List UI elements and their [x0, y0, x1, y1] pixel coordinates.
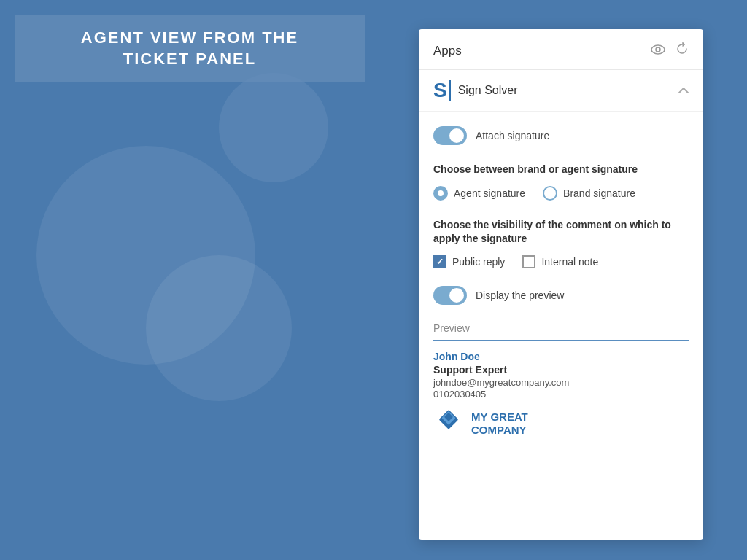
preview-phone: 0102030405: [433, 389, 689, 400]
signature-choice-heading: Choose between brand or agent signature: [433, 163, 689, 177]
display-preview-toggle[interactable]: [433, 286, 467, 305]
radio-brand-label: Brand signature: [563, 187, 635, 199]
panel-header: Apps: [419, 29, 703, 70]
radio-agent-signature[interactable]: Agent signature: [433, 186, 525, 201]
apps-panel: Apps S Sign Solver: [419, 29, 703, 540]
company-diamond-icon: [433, 408, 464, 439]
signature-choice-section: Choose between brand or agent signature …: [433, 163, 689, 201]
checkbox-public-reply[interactable]: Public reply: [433, 255, 505, 268]
checkbox-internal-note[interactable]: Internal note: [522, 255, 598, 268]
panel-content: Attach signature Choose between brand or…: [419, 112, 703, 454]
preview-label: Preview: [433, 322, 689, 334]
display-preview-row: Display the preview: [433, 286, 689, 305]
chevron-up-icon[interactable]: [678, 84, 689, 97]
attach-signature-label: Attach signature: [476, 130, 549, 141]
svg-point-0: [651, 45, 665, 54]
checkbox-internal-note-box: [522, 255, 535, 268]
eye-icon[interactable]: [651, 43, 665, 58]
preview-email: johndoe@mygreatcompany.com: [433, 377, 689, 388]
preview-divider: [433, 340, 689, 341]
preview-name: John Doe: [433, 351, 689, 362]
panel-title: Apps: [433, 44, 462, 58]
company-logo: MY GREAT COMPANY: [433, 408, 689, 439]
preview-title: Support Expert: [433, 364, 689, 376]
radio-agent-label: Agent signature: [454, 187, 525, 199]
radio-brand-circle: [543, 186, 557, 201]
visibility-checkbox-group: Public reply Internal note: [433, 255, 689, 268]
visibility-section: Choose the visibility of the comment on …: [433, 218, 689, 268]
refresh-icon[interactable]: [676, 42, 689, 59]
checkbox-public-reply-label: Public reply: [452, 256, 505, 268]
radio-agent-circle: [433, 186, 448, 201]
app-logo-area: S Sign Solver: [433, 80, 518, 101]
sign-solver-logo: S: [433, 80, 451, 101]
banner-text: AGENT VIEW FROM THE TICKET PANEL: [36, 28, 343, 69]
panel-header-icons: [651, 42, 689, 59]
checkbox-public-reply-box: [433, 255, 446, 268]
radio-brand-signature[interactable]: Brand signature: [543, 186, 635, 201]
banner: AGENT VIEW FROM THE TICKET PANEL: [15, 15, 365, 82]
visibility-heading: Choose the visibility of the comment on …: [433, 218, 689, 246]
company-name: MY GREAT COMPANY: [471, 411, 528, 437]
bg-decoration-3: [219, 73, 328, 182]
checkbox-internal-note-label: Internal note: [541, 256, 598, 268]
app-name: Sign Solver: [458, 84, 518, 97]
preview-section: Preview John Doe Support Expert johndoe@…: [433, 319, 689, 439]
attach-signature-row: Attach signature: [433, 126, 689, 145]
bg-decoration-2: [146, 255, 292, 401]
app-row: S Sign Solver: [419, 70, 703, 112]
attach-signature-toggle[interactable]: [433, 126, 467, 145]
display-preview-label: Display the preview: [476, 289, 564, 301]
signature-radio-group: Agent signature Brand signature: [433, 186, 689, 201]
svg-point-1: [656, 47, 660, 52]
